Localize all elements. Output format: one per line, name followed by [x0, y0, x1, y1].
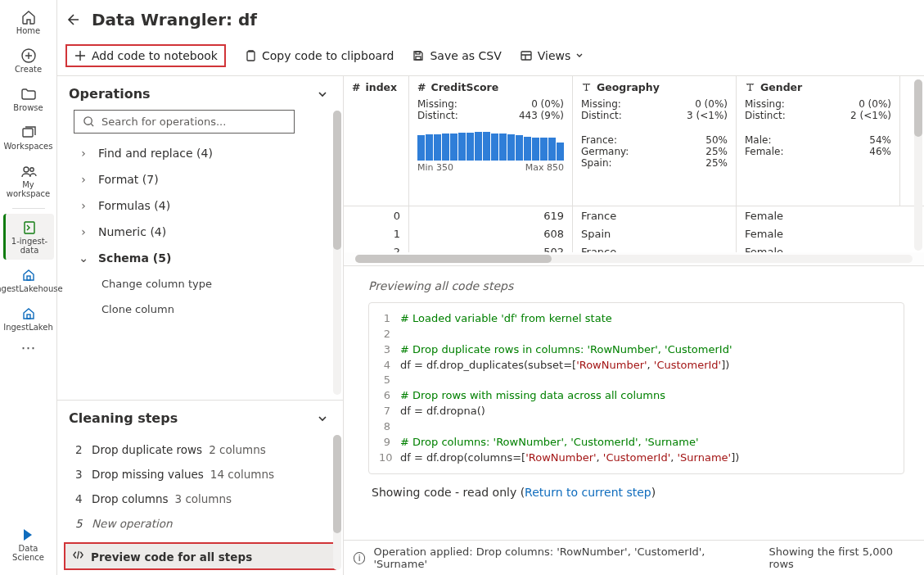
- views-button[interactable]: Views: [520, 49, 584, 62]
- sidebar-more[interactable]: ⋯: [3, 338, 54, 358]
- hash-icon: #: [417, 81, 426, 93]
- scroll-thumb[interactable]: [333, 435, 341, 533]
- folder-icon: [20, 85, 38, 103]
- col-header-gender[interactable]: Gender: [737, 76, 899, 98]
- step-sub: 14 columns: [210, 468, 274, 481]
- add-code-button[interactable]: Add code to notebook: [65, 44, 226, 67]
- op-category-formulas[interactable]: ›Formulas (4): [75, 192, 335, 219]
- hash-icon: #: [352, 81, 360, 93]
- table-row[interactable]: 1 608 Spain Female: [344, 224, 924, 242]
- step-row[interactable]: 4Drop columns3 columns: [72, 487, 335, 511]
- stat-value: 2 (<1%): [850, 110, 891, 121]
- sidebar-item-ingestlakehouse-2[interactable]: IngestLakeh: [3, 300, 54, 337]
- step-num: 2: [75, 443, 85, 456]
- toolbar-btn-label: Add code to notebook: [92, 49, 218, 62]
- preview-code-all-steps[interactable]: Preview code for all steps: [64, 542, 336, 570]
- data-grid: # index # CreditScore Missing:0 (0%: [344, 76, 924, 266]
- save-csv-button[interactable]: Save as CSV: [412, 49, 501, 62]
- op-category-numeric[interactable]: ›Numeric (4): [75, 219, 335, 245]
- cell: France: [573, 206, 737, 224]
- stat-value: 443 (9%): [519, 110, 564, 121]
- notebook-icon: [20, 219, 38, 237]
- plus-circle-icon: [20, 47, 38, 65]
- return-to-step-link[interactable]: Return to current step: [525, 486, 651, 499]
- op-category-format[interactable]: ›Format (7): [75, 166, 335, 192]
- cat-label: Spain:: [581, 157, 612, 169]
- cell: Spain: [573, 224, 737, 242]
- stat-value: 3 (<1%): [687, 110, 728, 121]
- spark-max: Max 850: [525, 162, 564, 173]
- sidebar-item-ingestlakehouse-1[interactable]: IngestLakehouse: [3, 261, 54, 298]
- hist-bar: [524, 137, 531, 161]
- sidebar-item-label: 1-ingest-data: [7, 237, 52, 255]
- vscroll-thumb[interactable]: [914, 79, 922, 137]
- cell: 1: [344, 224, 409, 242]
- stat-value: 0 (0%): [859, 98, 891, 110]
- text-icon: [581, 82, 592, 93]
- cat-value: 46%: [869, 146, 891, 157]
- sidebar-item-my-workspace[interactable]: My workspace: [3, 157, 54, 203]
- chevron-right-icon: ›: [79, 199, 88, 212]
- sidebar-item-label: Data Science: [5, 544, 52, 562]
- col-header-index[interactable]: # index: [344, 76, 408, 98]
- col-label: Geography: [597, 81, 660, 93]
- cat-value: 25%: [705, 157, 728, 169]
- sidebar-item-datascience[interactable]: Data Science: [3, 521, 54, 567]
- back-button[interactable]: [61, 8, 83, 31]
- operations-header[interactable]: Operations: [57, 76, 343, 108]
- sidebar-item-label: Browse: [13, 103, 43, 112]
- step-row[interactable]: 2Drop duplicate rows2 columns: [72, 437, 335, 462]
- cell: 0: [344, 206, 409, 224]
- creditscore-histogram: [409, 126, 572, 161]
- stat-value: 0 (0%): [695, 98, 728, 110]
- code-line: 10df = df.drop(columns=['RowNumber', 'Cu…: [379, 450, 894, 466]
- op-clone-column[interactable]: Clone column: [75, 297, 335, 322]
- sidebar-item-label: Workspaces: [4, 142, 53, 151]
- hist-bar: [548, 138, 556, 161]
- col-header-creditscore[interactable]: # CreditScore: [409, 76, 572, 98]
- svg-point-2: [24, 167, 29, 172]
- cleaning-header[interactable]: Cleaning steps: [57, 401, 343, 432]
- step-row[interactable]: 3Drop missing values14 columns: [72, 462, 335, 487]
- svg-point-11: [84, 117, 92, 125]
- page-header: Data Wrangler: df: [57, 0, 924, 39]
- svg-rect-9: [416, 52, 420, 54]
- cat-value: 25%: [705, 146, 728, 157]
- hist-bar: [467, 133, 474, 161]
- vscroll[interactable]: [914, 79, 922, 251]
- hist-bar: [491, 134, 498, 161]
- sidebar-item-home[interactable]: Home: [3, 3, 54, 40]
- step-label: New operation: [92, 517, 173, 530]
- table-row[interactable]: 2 502 France Female: [344, 242, 924, 252]
- copy-code-button[interactable]: Copy code to clipboard: [244, 49, 394, 62]
- chevron-right-icon: ›: [79, 147, 88, 160]
- step-label: Drop duplicate rows: [92, 443, 202, 456]
- chevron-down-icon: [575, 52, 584, 60]
- preview-code-label: Preview code for all steps: [91, 550, 252, 564]
- people-icon: [20, 162, 38, 180]
- cell: 619: [409, 206, 573, 224]
- sidebar-item-browse[interactable]: Browse: [3, 80, 54, 117]
- sidebar-item-label: IngestLakeh: [3, 323, 53, 332]
- step-sub: 2 columns: [209, 443, 266, 456]
- code-line: 1# Loaded variable 'df' from kernel stat…: [379, 311, 894, 327]
- sidebar-item-label: Home: [16, 26, 41, 35]
- code-editor: 1# Loaded variable 'df' from kernel stat…: [368, 302, 904, 474]
- sidebar-item-create[interactable]: Create: [3, 42, 54, 79]
- table-row[interactable]: 0 619 France Female: [344, 206, 924, 224]
- code-line: 6# Drop rows with missing data across al…: [379, 388, 894, 404]
- sidebar-item-ingest-data[interactable]: 1-ingest-data: [3, 214, 54, 260]
- search-input[interactable]: Search for operations...: [74, 110, 295, 134]
- cat-label: Germany:: [581, 146, 629, 157]
- hscroll-thumb[interactable]: [355, 255, 552, 263]
- op-category-find-replace[interactable]: ›Find and replace (4): [75, 140, 335, 166]
- scroll-thumb[interactable]: [333, 111, 341, 250]
- step-row-new[interactable]: 5New operation: [72, 511, 335, 536]
- op-change-column-type[interactable]: Change column type: [75, 271, 335, 297]
- hscroll[interactable]: [344, 252, 924, 265]
- sidebar-item-workspaces[interactable]: Workspaces: [3, 119, 54, 156]
- col-header-geography[interactable]: Geography: [573, 76, 736, 98]
- op-category-schema[interactable]: ⌄Schema (5): [75, 245, 335, 271]
- code-footer-text: Showing code - read only (: [372, 486, 525, 499]
- hist-bar: [540, 138, 548, 161]
